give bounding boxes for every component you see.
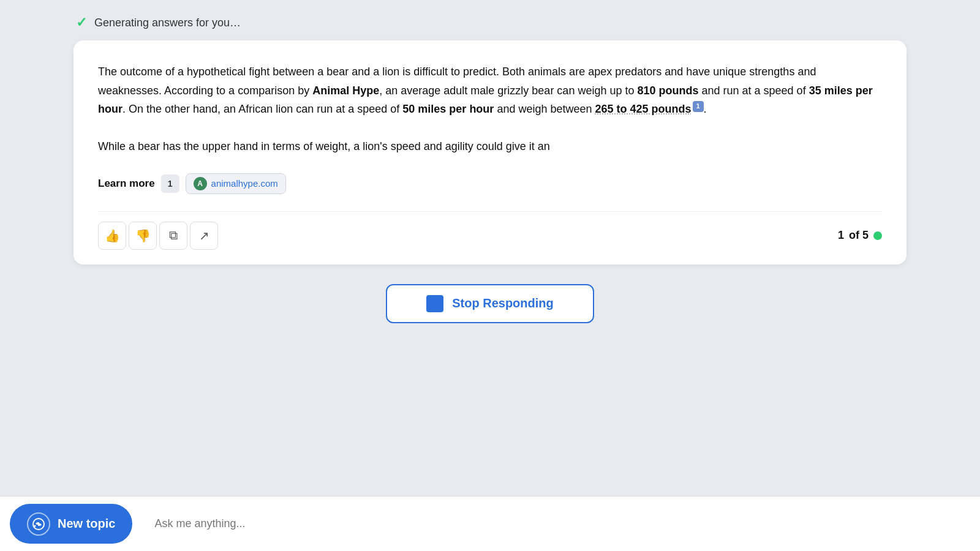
animal-hype-bold: Animal Hype (312, 84, 379, 97)
265-pounds-bold: 265 to 425 pounds (595, 103, 692, 115)
new-topic-label: New topic (58, 517, 115, 531)
copy-button[interactable]: ⧉ (159, 222, 187, 250)
action-row: 👍 👎 ⧉ ↗ 1 of 5 (98, 211, 882, 250)
stop-row: Stop Responding (74, 284, 907, 323)
svg-point-1 (34, 525, 36, 527)
answer-text-1c: and run at a speed of (699, 84, 809, 97)
thumbs-down-button[interactable]: 👎 (129, 222, 157, 250)
thumbs-up-icon: 👍 (105, 228, 120, 243)
share-icon: ↗ (199, 228, 209, 243)
status-text: Generating answers for you… (94, 17, 241, 29)
learn-more-num: 1 (161, 174, 179, 193)
answer-text-2: While a bear has the upper hand in terms… (98, 140, 550, 152)
stop-responding-button[interactable]: Stop Responding (386, 284, 594, 323)
link-url-text: animalhype.com (211, 178, 278, 189)
answer-text-1e: and weigh between (494, 103, 595, 115)
answer-text-1d: . On the other hand, an African lion can… (123, 103, 402, 115)
answer-text-1b: , an average adult male grizzly bear can… (379, 84, 637, 97)
link-avatar: A (194, 177, 207, 190)
810-pounds-bold: 810 pounds (637, 84, 698, 97)
animalhype-link[interactable]: A animalhype.com (186, 173, 286, 194)
learn-more-row: Learn more 1 A animalhype.com (98, 173, 882, 194)
copy-icon: ⧉ (169, 228, 178, 242)
50mph-bold: 50 miles per hour (402, 103, 494, 115)
thumbs-up-button[interactable]: 👍 (98, 222, 126, 250)
of-label: of 5 (849, 229, 869, 242)
new-topic-icon (27, 512, 50, 536)
new-topic-button[interactable]: New topic (10, 504, 132, 544)
page-indicator: 1 of 5 (838, 229, 882, 242)
action-buttons: 👍 👎 ⧉ ↗ (98, 222, 218, 250)
citation-badge: 1 (693, 101, 704, 112)
page-current: 1 (838, 229, 844, 242)
share-button[interactable]: ↗ (190, 222, 218, 250)
stop-button-label: Stop Responding (452, 296, 554, 310)
bottom-bar: New topic (0, 496, 980, 551)
answer-card: The outcome of a hypothetical fight betw… (74, 40, 907, 264)
stop-icon (426, 295, 443, 312)
status-dot (873, 231, 882, 240)
thumbs-down-icon: 👎 (135, 228, 151, 243)
answer-body: The outcome of a hypothetical fight betw… (98, 62, 882, 156)
answer-text-1f: . (704, 103, 707, 115)
ask-input[interactable] (142, 497, 980, 551)
learn-more-label: Learn more (98, 178, 155, 190)
check-icon: ✓ (76, 15, 87, 31)
status-bar: ✓ Generating answers for you… (74, 15, 907, 31)
